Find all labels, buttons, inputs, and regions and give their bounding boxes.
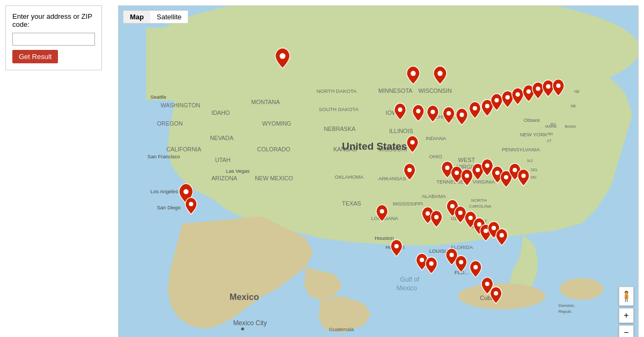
svg-text:SOUTH DAKOTA: SOUTH DAKOTA bbox=[319, 106, 359, 112]
svg-point-118 bbox=[420, 258, 424, 262]
svg-point-113 bbox=[477, 222, 481, 226]
svg-text:PENNSYLVANIA: PENNSYLVANIA bbox=[502, 146, 540, 152]
svg-point-87 bbox=[494, 98, 499, 102]
svg-text:NH: NH bbox=[547, 132, 553, 136]
svg-point-96 bbox=[445, 166, 449, 170]
svg-text:IDAHO: IDAHO bbox=[211, 109, 230, 116]
map-wrapper: Map Satellite bbox=[118, 5, 639, 337]
svg-point-4 bbox=[560, 278, 603, 300]
svg-point-86 bbox=[485, 104, 489, 108]
svg-point-3 bbox=[458, 283, 545, 310]
svg-text:San Francisco: San Francisco bbox=[148, 153, 180, 159]
svg-point-111 bbox=[458, 210, 463, 215]
svg-point-123 bbox=[485, 282, 489, 286]
svg-point-117 bbox=[394, 244, 399, 248]
address-label: Enter your address or ZIP code: bbox=[12, 12, 95, 28]
svg-text:OREGON: OREGON bbox=[157, 120, 182, 127]
svg-text:NB: NB bbox=[570, 104, 576, 108]
svg-text:San Diego: San Diego bbox=[157, 204, 180, 210]
app: Enter your address or ZIP code: Get Resu… bbox=[0, 0, 644, 337]
svg-point-120 bbox=[450, 253, 454, 257]
zoom-out-button[interactable]: − bbox=[619, 325, 634, 337]
svg-text:Los Angeles: Los Angeles bbox=[150, 188, 178, 194]
svg-point-81 bbox=[416, 109, 420, 113]
address-box: Enter your address or ZIP code: Get Resu… bbox=[5, 5, 102, 70]
svg-text:COLORADO: COLORADO bbox=[257, 146, 290, 152]
svg-point-121 bbox=[459, 260, 463, 264]
svg-point-80 bbox=[398, 107, 402, 112]
svg-point-106 bbox=[189, 202, 193, 206]
svg-point-112 bbox=[469, 216, 473, 220]
svg-point-84 bbox=[459, 113, 464, 117]
svg-point-93 bbox=[556, 84, 560, 88]
sidebar: Enter your address or ZIP code: Get Resu… bbox=[5, 5, 113, 337]
svg-point-108 bbox=[426, 211, 430, 216]
svg-text:CALIFORNIA: CALIFORNIA bbox=[166, 146, 202, 152]
svg-point-79 bbox=[437, 71, 442, 76]
svg-point-83 bbox=[447, 111, 451, 115]
get-result-button[interactable]: Get Result bbox=[12, 50, 58, 63]
svg-text:MISSISSIPPI: MISSISSIPPI bbox=[393, 201, 423, 207]
svg-point-114 bbox=[484, 229, 488, 233]
svg-point-77 bbox=[280, 53, 286, 59]
tab-satellite[interactable]: Satellite bbox=[150, 11, 188, 23]
svg-text:VT: VT bbox=[547, 139, 552, 143]
svg-text:WISCONSIN: WISCONSIN bbox=[418, 87, 451, 94]
map-tabs: Map Satellite bbox=[123, 10, 188, 24]
svg-text:Mexico: Mexico bbox=[230, 292, 259, 302]
svg-point-103 bbox=[513, 168, 517, 172]
svg-point-11 bbox=[241, 327, 244, 330]
svg-point-92 bbox=[546, 84, 550, 89]
svg-point-124 bbox=[494, 291, 498, 296]
svg-text:UTAH: UTAH bbox=[215, 157, 231, 163]
svg-text:Repub.: Repub. bbox=[558, 309, 572, 314]
svg-point-97 bbox=[455, 171, 459, 175]
svg-text:NEBRASKA: NEBRASKA bbox=[324, 126, 356, 132]
svg-point-101 bbox=[495, 171, 500, 175]
svg-point-104 bbox=[521, 173, 525, 178]
svg-point-98 bbox=[465, 173, 469, 178]
main-content: Enter your address or ZIP code: Get Resu… bbox=[0, 0, 644, 337]
svg-point-78 bbox=[411, 71, 415, 76]
svg-text:ILLINOIS: ILLINOIS bbox=[389, 128, 413, 134]
svg-point-88 bbox=[506, 95, 510, 99]
svg-text:Ottawa: Ottawa bbox=[524, 117, 540, 123]
svg-text:ALABAMA: ALABAMA bbox=[422, 193, 446, 199]
svg-text:Mexico: Mexico bbox=[397, 284, 418, 292]
svg-text:Dominic.: Dominic. bbox=[558, 303, 575, 308]
svg-text:NB: NB bbox=[574, 90, 580, 93]
svg-text:MONTANA: MONTANA bbox=[251, 99, 280, 105]
svg-point-116 bbox=[500, 233, 504, 237]
svg-text:NO: NO bbox=[551, 122, 556, 126]
pegman-button[interactable]: 🧍 bbox=[619, 287, 634, 306]
svg-text:NEW YORK: NEW YORK bbox=[520, 131, 548, 137]
map-container: Map Satellite bbox=[118, 5, 639, 337]
svg-text:TEXAS: TEXAS bbox=[342, 200, 361, 207]
svg-point-100 bbox=[485, 164, 489, 168]
svg-text:ARKANSAS: ARKANSAS bbox=[378, 175, 406, 181]
svg-text:MD: MD bbox=[531, 175, 537, 179]
svg-text:VIRGINIA: VIRGINIA bbox=[473, 179, 495, 185]
map-controls: 🧍 + − bbox=[619, 287, 634, 337]
svg-point-109 bbox=[434, 215, 438, 219]
svg-point-89 bbox=[516, 92, 520, 97]
svg-text:United States: United States bbox=[342, 141, 407, 152]
svg-point-122 bbox=[473, 265, 478, 269]
svg-text:Houston: Houston bbox=[375, 235, 393, 241]
svg-text:OHIO: OHIO bbox=[429, 153, 442, 159]
svg-text:NEW MEXICO: NEW MEXICO bbox=[255, 175, 293, 181]
zoom-in-button[interactable]: + bbox=[619, 308, 634, 323]
svg-text:CAROLINA: CAROLINA bbox=[469, 204, 492, 209]
address-input[interactable] bbox=[12, 33, 95, 46]
svg-text:DEL: DEL bbox=[531, 168, 538, 172]
svg-point-102 bbox=[504, 175, 508, 179]
svg-text:Mexico City: Mexico City bbox=[233, 319, 267, 327]
svg-text:NORTH DAKOTA: NORTH DAKOTA bbox=[317, 88, 357, 94]
svg-text:NJ: NJ bbox=[527, 158, 532, 163]
map-svg: Guatemala Gulf of Mexico Cuba Mexico Mex… bbox=[119, 6, 638, 337]
svg-point-107 bbox=[380, 209, 384, 214]
svg-point-94 bbox=[411, 140, 415, 144]
svg-point-115 bbox=[492, 226, 496, 230]
svg-text:WASHINGTON: WASHINGTON bbox=[160, 102, 200, 108]
tab-map[interactable]: Map bbox=[123, 11, 150, 23]
